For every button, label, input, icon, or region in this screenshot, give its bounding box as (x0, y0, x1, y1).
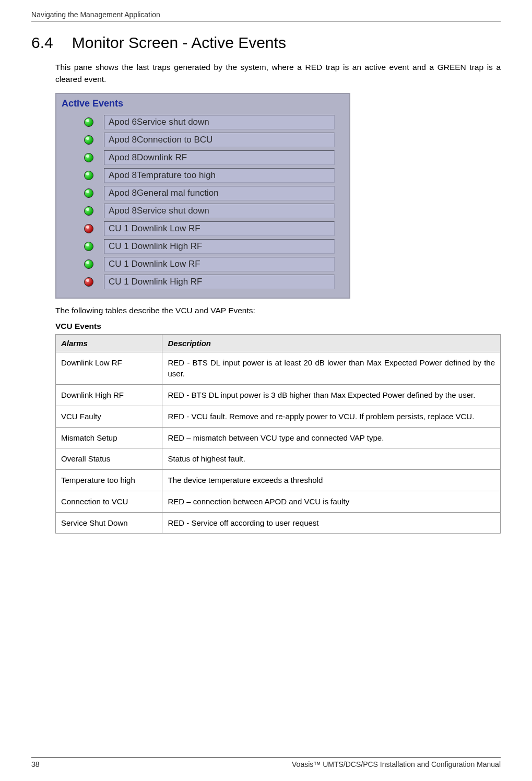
alarm-cell: Mismatch Setup (56, 427, 162, 448)
status-light-green-icon (84, 117, 93, 127)
event-row: CU 1 Downlink High RF (84, 238, 335, 255)
breadcrumb: Navigating the Management Application (31, 10, 160, 19)
status-light-green-icon (84, 259, 93, 269)
event-row: Apod 8General mal function (84, 185, 335, 202)
status-light-green-icon (84, 188, 93, 198)
event-text: Apod 8Downlink RF (104, 150, 335, 165)
alarm-cell: Temperature too high (56, 470, 162, 491)
event-text: CU 1 Downlink High RF (104, 239, 335, 254)
table-row: Downlink Low RFRED - BTS DL input power … (56, 352, 501, 385)
alarm-cell: Overall Status (56, 448, 162, 470)
description-cell: RED - BTS DL input power is 3 dB higher … (162, 385, 501, 406)
event-text: Apod 8Connection to BCU (104, 133, 335, 147)
vcu-events-table: Alarms Description Downlink Low RFRED - … (55, 334, 501, 534)
event-row: CU 1 Downlink Low RF (84, 256, 335, 273)
event-row: Apod 6Service shut down (84, 114, 335, 131)
event-text: CU 1 Downlink High RF (104, 275, 335, 289)
event-row: Apod 8Temprature too high (84, 167, 335, 184)
intro-paragraph: This pane shows the last traps generated… (55, 61, 501, 86)
description-cell: RED - Service off according to user requ… (162, 512, 501, 534)
active-events-list: Apod 6Service shut downApod 8Connection … (61, 112, 345, 292)
section-number: 6.4 (31, 34, 53, 52)
description-cell: RED – connection between APOD and VCU is… (162, 491, 501, 512)
table-row: Service Shut DownRED - Service off accor… (56, 512, 501, 534)
after-panel-text: The following tables describe the VCU an… (55, 306, 501, 315)
event-row: Apod 8Downlink RF (84, 149, 335, 166)
alarm-cell: Downlink High RF (56, 385, 162, 406)
status-light-green-icon (84, 242, 93, 251)
page-header: Navigating the Management Application (31, 10, 501, 21)
description-cell: The device temperature exceeds a thresho… (162, 470, 501, 491)
active-events-title: Active Events (61, 97, 345, 112)
description-cell: RED - VCU fault. Remove and re-apply pow… (162, 406, 501, 427)
active-events-panel: Active Events Apod 6Service shut downApo… (55, 93, 350, 299)
table-row: Overall StatusStatus of highest fault. (56, 448, 501, 470)
status-light-red-icon (84, 277, 93, 287)
vcu-events-heading: VCU Events (55, 322, 501, 331)
alarm-cell: VCU Faulty (56, 406, 162, 427)
event-text: Apod 6Service shut down (104, 115, 335, 129)
status-light-green-icon (84, 171, 93, 180)
table-header-row: Alarms Description (56, 334, 501, 352)
table-row: Temperature too highThe device temperatu… (56, 470, 501, 491)
status-light-green-icon (84, 206, 93, 216)
status-light-green-icon (84, 153, 93, 162)
section-title: Monitor Screen - Active Events (72, 34, 286, 52)
description-cell: RED – mismatch between VCU type and conn… (162, 427, 501, 448)
table-row: Mismatch SetupRED – mismatch between VCU… (56, 427, 501, 448)
event-row: Apod 8Service shut down (84, 203, 335, 219)
alarm-cell: Service Shut Down (56, 512, 162, 534)
col-header-alarms: Alarms (56, 334, 162, 352)
event-row: Apod 8Connection to BCU (84, 132, 335, 148)
description-cell: RED - BTS DL input power is at least 20 … (162, 352, 501, 385)
event-text: Apod 8General mal function (104, 186, 335, 200)
status-light-red-icon (84, 224, 93, 233)
event-text: CU 1 Downlink Low RF (104, 257, 335, 271)
table-row: Connection to VCURED – connection betwee… (56, 491, 501, 512)
table-row: Downlink High RFRED - BTS DL input power… (56, 385, 501, 406)
section-heading: 6.4 Monitor Screen - Active Events (31, 34, 501, 52)
page-number: 38 (31, 760, 40, 768)
status-light-green-icon (84, 135, 93, 145)
description-cell: Status of highest fault. (162, 448, 501, 470)
col-header-description: Description (162, 334, 501, 352)
alarm-cell: Downlink Low RF (56, 352, 162, 385)
event-row: CU 1 Downlink Low RF (84, 220, 335, 237)
event-text: Apod 8Service shut down (104, 204, 335, 218)
table-row: VCU FaultyRED - VCU fault. Remove and re… (56, 406, 501, 427)
alarm-cell: Connection to VCU (56, 491, 162, 512)
event-text: Apod 8Temprature too high (104, 168, 335, 183)
manual-title: Voasis™ UMTS/DCS/PCS Installation and Co… (292, 760, 501, 768)
event-row: CU 1 Downlink High RF (84, 274, 335, 290)
event-text: CU 1 Downlink Low RF (104, 221, 335, 236)
page-footer: 38 Voasis™ UMTS/DCS/PCS Installation and… (31, 758, 501, 768)
